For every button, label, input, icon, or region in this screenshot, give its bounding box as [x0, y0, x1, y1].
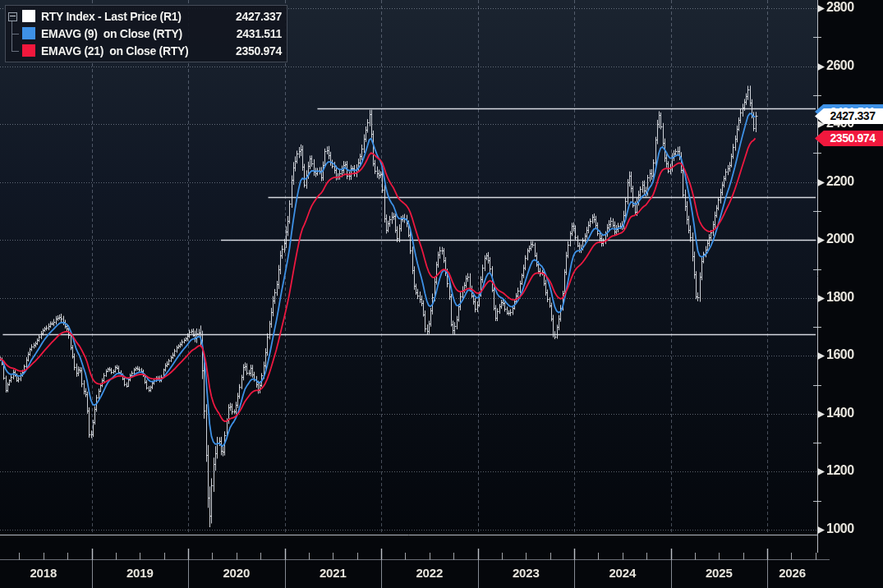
- y-axis-label: 2800: [826, 0, 854, 15]
- x-axis-year-label: 2023: [513, 566, 540, 580]
- bloomberg-price-chart: RTY Index - Last Price (R1) 2427.337 EMA…: [0, 0, 883, 588]
- y-axis-label: 1800: [826, 290, 854, 305]
- legend-label: EMAVG (21) on Close (RTY): [41, 44, 231, 57]
- legend-swatch: [22, 44, 35, 57]
- legend-tree-line: [11, 21, 12, 52]
- x-axis-year-label: 2019: [126, 566, 154, 580]
- price-tag-last: 2427.337: [815, 108, 883, 124]
- y-axis-label: 1000: [826, 521, 854, 536]
- y-axis-label: 2200: [826, 174, 854, 189]
- legend-row-emavg9[interactable]: EMAVG (9) on Close (RTY) 2431.511: [9, 25, 282, 42]
- price-plot-canvas[interactable]: [0, 0, 883, 588]
- legend-collapse-icon[interactable]: [8, 12, 17, 21]
- y-axis-label: 2600: [826, 58, 854, 73]
- x-axis-year-label: 2018: [30, 566, 57, 580]
- y-axis-label: 1200: [826, 463, 854, 478]
- y-axis-label: 1400: [826, 406, 854, 420]
- legend-swatch: [22, 10, 35, 22]
- legend-label: RTY Index - Last Price (R1): [41, 10, 231, 23]
- y-axis-label: 2000: [826, 232, 854, 246]
- legend-swatch: [22, 27, 35, 39]
- x-axis-year-label: 2022: [416, 566, 443, 580]
- legend-panel[interactable]: RTY Index - Last Price (R1) 2427.337 EMA…: [5, 5, 287, 62]
- legend-row-emavg21[interactable]: EMAVG (21) on Close (RTY) 2350.974: [9, 42, 282, 59]
- legend-tree-line: [11, 34, 19, 34]
- x-axis-year-label: 2025: [706, 566, 733, 580]
- legend-label: EMAVG (9) on Close (RTY): [41, 27, 231, 40]
- x-axis-year-label: 2020: [223, 566, 250, 580]
- x-axis-year-label: 2021: [320, 566, 347, 580]
- y-axis-label: 1600: [826, 347, 854, 362]
- legend-value: 2350.974: [231, 44, 282, 57]
- legend-value: 2427.337: [231, 10, 282, 23]
- legend-value: 2431.511: [231, 27, 282, 40]
- legend-tree-line: [11, 51, 19, 52]
- x-axis-year-label: 2026: [779, 566, 806, 580]
- legend-row-last-price[interactable]: RTY Index - Last Price (R1) 2427.337: [9, 7, 282, 25]
- x-axis-year-label: 2024: [609, 566, 636, 580]
- price-tag-emavg21: 2350.974: [815, 131, 883, 146]
